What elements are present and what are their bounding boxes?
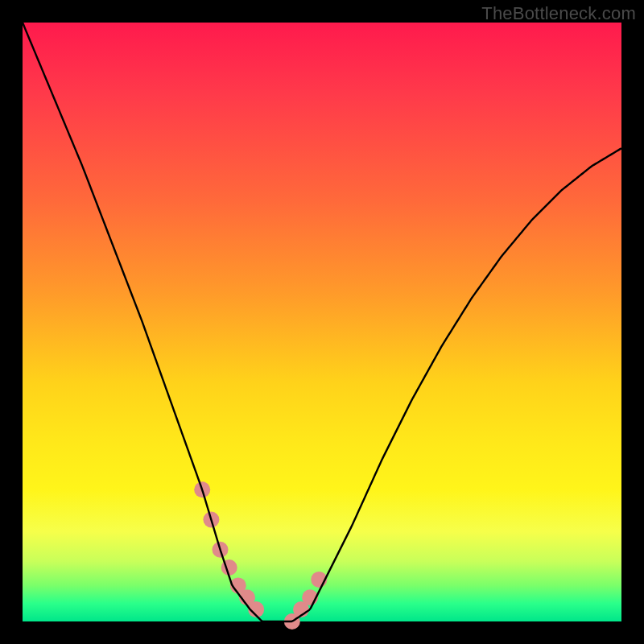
bottleneck-curve-path — [23, 23, 621, 621]
chart-plot-area — [23, 23, 621, 621]
watermark-text: TheBottleneck.com — [481, 3, 636, 24]
marker-layer — [194, 481, 327, 630]
chart-frame: TheBottleneck.com — [0, 0, 644, 644]
chart-svg — [23, 23, 621, 621]
